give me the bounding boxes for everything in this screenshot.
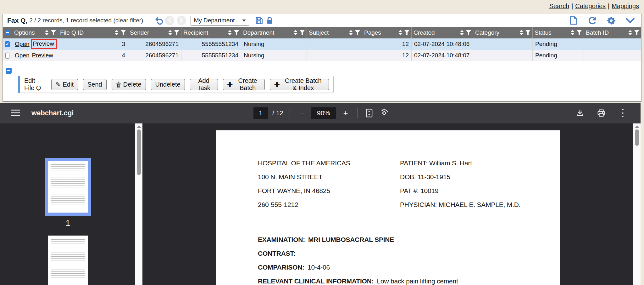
column-label: Created — [414, 29, 459, 36]
sort-icon[interactable] — [460, 30, 464, 35]
column-header-pages[interactable]: Pages — [362, 27, 412, 38]
undo-icon[interactable] — [154, 15, 165, 26]
refresh-icon[interactable] — [587, 15, 598, 26]
document-page: HOSPITAL OF THE AMERICAS PATIENT: Willia… — [216, 130, 560, 285]
filter-funnel-icon[interactable] — [51, 30, 56, 35]
sort-icon[interactable] — [349, 30, 353, 35]
sender-value: 2604596271 — [145, 41, 179, 48]
scroll-up-arrow[interactable] — [136, 125, 142, 128]
column-header-department[interactable]: Department — [241, 27, 307, 38]
clinical-info-value: Low back pain lifting cement — [377, 277, 458, 285]
comparison-label: COMPARISON: — [258, 264, 304, 271]
next-record-icon[interactable] — [177, 16, 186, 25]
undelete-button[interactable]: Undelete — [151, 79, 185, 90]
page-thumbnail-1-selected[interactable] — [45, 158, 91, 216]
column-header-fileqid[interactable]: File Q ID — [58, 27, 128, 38]
action-panel-label: Edit File Q — [24, 77, 46, 92]
scrollbar-thumb[interactable] — [635, 129, 639, 146]
add-task-button[interactable]: Add Task — [190, 79, 218, 90]
patient-name: PATIENT: William S. Hart — [400, 159, 472, 166]
department-select[interactable]: My Department — [191, 16, 249, 26]
fit-page-icon[interactable] — [364, 108, 375, 118]
page-number-input[interactable]: 1 — [253, 107, 268, 119]
new-document-icon[interactable] — [568, 15, 579, 26]
doc-detail-line: EXAMINATION:MRI LUMBOSACRAL SPINE — [258, 236, 541, 242]
column-header-options[interactable]: Options — [12, 27, 58, 38]
delete-button[interactable]: Delete — [112, 79, 146, 90]
select-all-checkbox[interactable] — [5, 30, 10, 35]
column-header-status[interactable]: Status — [533, 27, 584, 38]
column-header-subject[interactable]: Subject — [307, 27, 362, 38]
sort-icon[interactable] — [294, 30, 297, 35]
sort-icon[interactable] — [519, 30, 523, 35]
lock-icon[interactable] — [264, 15, 275, 26]
save-filter-icon[interactable] — [253, 15, 264, 26]
button-label: Delete — [123, 81, 142, 88]
filter-funnel-icon[interactable] — [174, 30, 179, 35]
sort-icon[interactable] — [115, 30, 119, 35]
sort-icon[interactable] — [168, 30, 172, 35]
filter-funnel-icon[interactable] — [300, 30, 305, 35]
fileqid-cell: 3 — [58, 38, 128, 50]
sort-icon[interactable] — [398, 30, 402, 35]
scroll-up-arrow[interactable] — [635, 125, 640, 128]
row-checkbox[interactable] — [5, 53, 9, 59]
column-header-recipient[interactable]: Recipient — [181, 27, 241, 38]
open-link[interactable]: Open — [15, 41, 29, 48]
zoom-in-button[interactable]: + — [340, 108, 351, 118]
column-header-sender[interactable]: Sender — [128, 27, 181, 38]
zoom-level-input[interactable]: 90% — [311, 107, 336, 119]
edit-button[interactable]: ✎ Edit — [51, 79, 78, 90]
page-thumbnail-2[interactable] — [48, 236, 88, 285]
more-options-icon[interactable] — [617, 108, 628, 118]
table-row[interactable]: Open Preview 4 2604596271 55555551234 Nu… — [3, 50, 641, 61]
filter-funnel-icon[interactable] — [525, 30, 530, 35]
thumbnail-scrollbar[interactable] — [135, 123, 142, 285]
filter-funnel-icon[interactable] — [577, 30, 582, 35]
search-link[interactable]: Search — [549, 3, 569, 9]
mappings-link[interactable]: Mappings — [612, 3, 639, 9]
open-link[interactable]: Open — [15, 52, 29, 59]
preview-link[interactable]: Preview — [33, 40, 54, 47]
column-header-category[interactable]: Category — [473, 27, 533, 38]
send-button[interactable]: Send — [83, 79, 107, 90]
categories-link[interactable]: Categories — [575, 3, 606, 9]
department-cell: Nursing — [241, 50, 307, 61]
pdf-toolbar-right — [575, 103, 628, 123]
sort-icon[interactable] — [571, 30, 575, 35]
row-checkbox-cell — [3, 50, 12, 61]
sort-icon[interactable] — [45, 30, 49, 35]
column-header-created[interactable]: Created — [412, 27, 473, 38]
document-scrollbar[interactable] — [633, 123, 641, 285]
row-checkbox[interactable]: ✓ — [5, 41, 10, 47]
table-row[interactable]: ✓ Open Preview 3 2604596271 55555551234 … — [3, 38, 641, 50]
print-icon[interactable] — [596, 108, 607, 118]
scrollbar-thumb[interactable] — [137, 129, 141, 175]
collapse-chevron-icon[interactable] — [625, 15, 636, 26]
create-batch-index-button[interactable]: ✚ Create Batch & Index — [270, 79, 329, 90]
filter-funnel-icon[interactable] — [634, 30, 639, 35]
zoom-out-button[interactable]: − — [296, 108, 307, 118]
filter-funnel-icon[interactable] — [355, 30, 360, 35]
filter-funnel-icon[interactable] — [121, 30, 126, 35]
pages-cell: 12 — [362, 50, 412, 61]
download-icon[interactable] — [575, 108, 585, 118]
column-header-batchid[interactable]: Batch ID — [584, 27, 641, 38]
clear-filter-link[interactable]: clear filter — [115, 17, 141, 24]
chevron-down-icon — [242, 20, 246, 22]
footer-select-all-checkbox[interactable] — [6, 68, 12, 74]
sort-icon[interactable] — [628, 30, 632, 35]
filter-funnel-icon[interactable] — [466, 30, 471, 35]
create-batch-button[interactable]: ✚ Create Batch — [223, 79, 265, 90]
sort-icon[interactable] — [228, 30, 232, 35]
prev-record-icon[interactable] — [165, 16, 174, 25]
rotate-icon[interactable] — [379, 108, 390, 118]
filter-funnel-icon[interactable] — [234, 30, 239, 35]
status-cell: Pending — [533, 38, 584, 50]
preview-link[interactable]: Preview — [32, 52, 53, 59]
fileqid-cell: 4 — [58, 50, 128, 61]
filter-funnel-icon[interactable] — [404, 30, 409, 35]
menu-icon[interactable] — [11, 110, 20, 116]
subject-cell — [307, 38, 362, 50]
gear-icon[interactable] — [606, 15, 617, 26]
